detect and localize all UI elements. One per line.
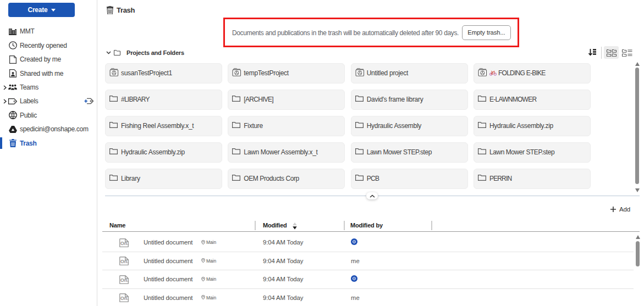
- svg-text:On.: On.: [120, 296, 129, 301]
- svg-text:On.: On.: [120, 277, 129, 283]
- svg-text:On.: On.: [120, 259, 129, 264]
- svg-text:On.: On.: [120, 241, 129, 246]
